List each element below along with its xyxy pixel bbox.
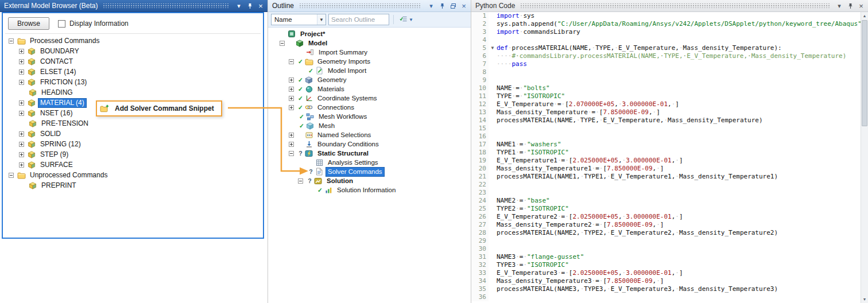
close-icon[interactable]: ×	[256, 1, 265, 10]
collapse-toggle-icon[interactable]	[9, 38, 14, 44]
expand-toggle-icon[interactable]	[289, 133, 294, 138]
pin-icon[interactable]	[437, 1, 447, 10]
chevron-down-icon[interactable]: ▾	[234, 1, 243, 10]
expand-toggle-icon[interactable]	[19, 142, 24, 147]
tree-item-geometry[interactable]: ✓Geometry	[268, 75, 471, 84]
outline-toolbar: Name ▼ ▼	[268, 12, 471, 28]
left-panel-titlebar[interactable]: External Model Browser (Beta) ▾ ×	[0, 0, 268, 12]
expand-toggle-icon[interactable]	[19, 49, 24, 54]
tree-item-solid[interactable]: SOLID	[3, 129, 263, 139]
view-options-button[interactable]: ▼	[398, 14, 415, 25]
tree-item-contact[interactable]: CONTACT	[3, 56, 263, 67]
scroll-up-button[interactable]: ▲	[861, 12, 868, 20]
tree-item-mesh[interactable]: ✓Mesh	[268, 121, 471, 130]
name-filter-dropdown[interactable]: Name ▼	[271, 14, 326, 25]
display-information-checkbox[interactable]	[58, 20, 65, 28]
pin-icon[interactable]	[846, 1, 855, 10]
pin-icon[interactable]	[245, 1, 254, 10]
collapse-toggle-icon[interactable]	[289, 59, 294, 64]
scroll-down-button[interactable]: ▼	[861, 296, 868, 303]
command-icon	[27, 150, 36, 158]
outline-titlebar[interactable]: Outline ▾ ×	[268, 0, 471, 12]
tree-item-elset-14[interactable]: ELSET (14)	[3, 67, 263, 77]
line-number: 14	[471, 116, 489, 125]
chevron-down-icon[interactable]: ▼	[409, 17, 413, 22]
tree-item-boundary[interactable]: BOUNDARY	[3, 46, 263, 56]
expand-toggle-icon[interactable]	[289, 105, 294, 110]
tree-item-spring-12[interactable]: SPRING (12)	[3, 139, 263, 149]
tree-item-unprocessed-commands[interactable]: Unprocessed Commands	[3, 170, 263, 180]
tree-item-boundary-conditions[interactable]: Boundary Conditions	[268, 139, 471, 149]
tree-item-step-9[interactable]: STEP (9)	[3, 149, 263, 160]
code-text: NAME3·=·"flange-gusset"	[497, 253, 584, 261]
tree-item-heading[interactable]: HEADING	[3, 87, 263, 98]
command-icon	[27, 140, 36, 148]
tree-item-named-selections[interactable]: Named Selections	[268, 130, 471, 139]
drag-grip[interactable]	[520, 3, 830, 8]
tree-item-friction-13[interactable]: FRICTION (13)	[3, 77, 263, 87]
expand-toggle-icon[interactable]	[19, 152, 24, 157]
vertical-scrollbar[interactable]: ▲ ▼	[861, 12, 868, 303]
code-titlebar[interactable]: Python Code ▾ ×	[471, 0, 868, 12]
close-icon[interactable]: ×	[459, 1, 468, 10]
tree-item-materials[interactable]: ✓Materials	[268, 84, 471, 94]
tree-item-import-summary[interactable]: Import Summary	[268, 48, 471, 57]
tree-item-static-structural[interactable]: ?Static Structural	[268, 149, 471, 158]
expand-toggle-icon[interactable]	[19, 80, 24, 85]
fold-gutter	[489, 157, 497, 165]
tree-item-solution[interactable]: ?Solution	[268, 176, 471, 185]
tree-item-solution-information[interactable]: ✓Solution Information	[268, 185, 471, 195]
solver-commands-icon	[315, 168, 324, 176]
tree-item-model-import[interactable]: ✓Model Import	[268, 66, 471, 75]
code-editor[interactable]: 1import·sys2sys.path.append("C:/User/App…	[471, 12, 861, 303]
collapse-toggle-icon[interactable]	[289, 151, 294, 156]
search-outline-input[interactable]	[328, 14, 389, 25]
tree-item-surface[interactable]: SURFACE	[3, 160, 263, 170]
fold-gutter	[489, 189, 497, 197]
tree-item-pre-tension[interactable]: PRE-TENSION	[3, 118, 263, 129]
collapse-toggle-icon[interactable]	[280, 41, 285, 46]
scrollbar-thumb[interactable]	[862, 20, 867, 126]
tree-item-solver-commands[interactable]: ?Solver Commands	[268, 167, 471, 176]
tree-item-connections[interactable]: ✓Connections	[268, 103, 471, 112]
code-line: 29	[471, 237, 861, 245]
expand-toggle-icon[interactable]	[19, 162, 24, 168]
add-solver-command-snippet-menu-item[interactable]: Add Solver Command Snippet	[97, 102, 221, 115]
chevron-down-icon[interactable]: ▾	[427, 1, 436, 10]
float-icon[interactable]	[448, 1, 458, 10]
line-number: 12	[471, 100, 489, 108]
fold-gutter	[489, 20, 497, 28]
line-number: 33	[471, 269, 489, 277]
tree-item-project[interactable]: Project*	[268, 29, 471, 38]
expand-toggle-icon[interactable]	[289, 77, 294, 83]
fold-collapse-icon[interactable]: ▼	[489, 44, 497, 52]
chevron-down-icon[interactable]: ▾	[835, 1, 844, 10]
chevron-down-icon[interactable]: ▼	[317, 14, 326, 25]
fold-gutter	[489, 76, 497, 84]
close-icon[interactable]: ×	[857, 1, 866, 10]
expand-toggle-icon[interactable]	[289, 142, 294, 147]
tree-item-model[interactable]: Model	[268, 38, 471, 48]
expand-toggle-icon[interactable]	[19, 59, 24, 64]
collapse-toggle-icon[interactable]	[9, 173, 14, 178]
tree-item-preprint[interactable]: PREPRINT	[3, 180, 263, 191]
tree-item-coordinate-systems[interactable]: ✓Coordinate Systems	[268, 94, 471, 103]
line-number: 2	[471, 20, 489, 28]
tree-item-analysis-settings[interactable]: Analysis Settings	[268, 158, 471, 167]
drag-grip[interactable]	[299, 3, 421, 8]
browse-button[interactable]: Browse	[8, 17, 49, 30]
expand-toggle-icon[interactable]	[289, 87, 294, 92]
drag-grip[interactable]	[103, 3, 229, 8]
tree-item-geometry-imports[interactable]: ✓Geometry Imports	[268, 57, 471, 66]
expand-toggle-icon[interactable]	[19, 131, 24, 137]
expand-toggle-icon[interactable]	[19, 111, 24, 116]
collapse-toggle-icon[interactable]	[298, 178, 303, 184]
tree-item-mesh-workflows[interactable]: ✓Mesh Workflows	[268, 112, 471, 121]
expand-toggle-icon[interactable]	[289, 96, 294, 101]
tree-item-processed-commands[interactable]: Processed Commands	[3, 36, 263, 46]
tree-item-label: CONTACT	[38, 57, 75, 67]
expand-toggle-icon[interactable]	[19, 100, 24, 106]
line-number: 20	[471, 165, 489, 173]
fold-gutter	[489, 116, 497, 125]
expand-toggle-icon[interactable]	[19, 69, 24, 75]
